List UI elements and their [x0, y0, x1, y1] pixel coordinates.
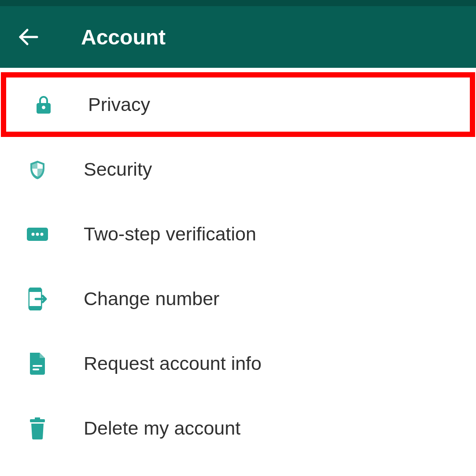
item-label: Privacy [88, 94, 150, 115]
svg-point-3 [36, 232, 39, 236]
status-bar [0, 0, 476, 6]
list-item-security[interactable]: Security [0, 137, 476, 202]
page-title: Account [81, 25, 166, 49]
settings-list: Privacy Security Two-step verification [0, 68, 476, 461]
svg-rect-10 [33, 369, 39, 370]
item-label: Two-step verification [84, 223, 256, 245]
svg-point-4 [41, 232, 44, 236]
svg-rect-9 [33, 365, 42, 367]
dots-icon [26, 223, 48, 245]
header: Account [0, 6, 476, 68]
item-label: Request account info [84, 353, 262, 374]
document-icon [26, 353, 48, 375]
svg-rect-8 [30, 306, 41, 310]
svg-rect-12 [35, 417, 40, 420]
trash-icon [26, 417, 48, 439]
lock-icon [33, 94, 55, 116]
item-label: Delete my account [84, 417, 240, 439]
item-label: Security [84, 159, 152, 180]
item-label: Change number [84, 288, 219, 310]
list-item-change-number[interactable]: Change number [0, 266, 476, 331]
phone-arrow-icon [26, 288, 48, 310]
list-item-privacy[interactable]: Privacy [1, 72, 475, 137]
list-item-delete-account[interactable]: Delete my account [0, 396, 476, 461]
back-button[interactable] [18, 26, 39, 48]
svg-point-2 [32, 232, 35, 236]
arrow-left-icon [18, 26, 39, 48]
svg-rect-11 [30, 419, 45, 422]
shield-icon [26, 159, 48, 181]
svg-rect-7 [30, 288, 41, 292]
list-item-two-step[interactable]: Two-step verification [0, 202, 476, 266]
list-item-request-info[interactable]: Request account info [0, 331, 476, 396]
